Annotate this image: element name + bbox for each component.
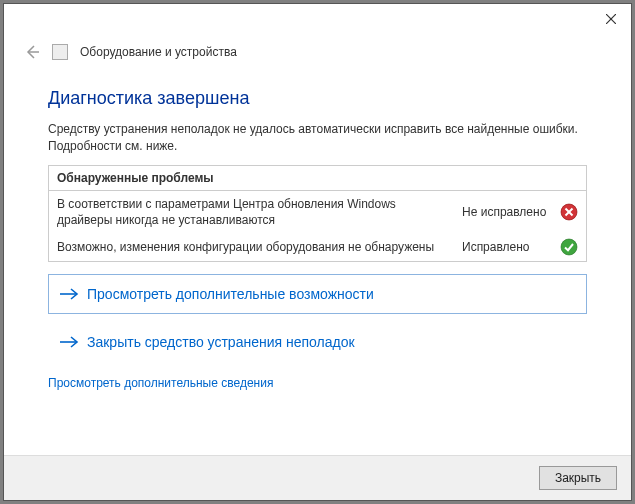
footer: Закрыть — [4, 455, 631, 500]
header: Оборудование и устройства — [4, 40, 631, 74]
header-title: Оборудование и устройства — [80, 45, 237, 59]
close-icon — [606, 14, 616, 24]
back-arrow-icon — [24, 44, 40, 60]
titlebar — [4, 4, 631, 40]
window-close-button[interactable] — [591, 4, 631, 34]
devices-icon — [52, 44, 68, 60]
problem-status: Не исправлено — [462, 205, 552, 219]
arrow-right-icon — [59, 287, 79, 301]
problems-header: Обнаруженные проблемы — [49, 166, 586, 191]
problem-description: Возможно, изменения конфигурации оборудо… — [57, 239, 454, 255]
problem-row[interactable]: Возможно, изменения конфигурации оборудо… — [49, 233, 586, 261]
content: Диагностика завершена Средству устранени… — [4, 74, 631, 455]
problem-row[interactable]: В соответствии с параметрами Центра обно… — [49, 191, 586, 233]
error-icon — [560, 203, 578, 221]
explore-options-link[interactable]: Просмотреть дополнительные возможности — [48, 274, 587, 314]
arrow-right-icon — [59, 335, 79, 349]
page-title: Диагностика завершена — [48, 88, 587, 109]
more-info-link[interactable]: Просмотреть дополнительные сведения — [48, 376, 273, 390]
summary-text: Средству устранения неполадок не удалось… — [48, 121, 587, 155]
close-button[interactable]: Закрыть — [539, 466, 617, 490]
close-troubleshooter-label: Закрыть средство устранения неполадок — [87, 334, 355, 350]
problems-box: Обнаруженные проблемы В соответствии с п… — [48, 165, 587, 262]
explore-options-label: Просмотреть дополнительные возможности — [87, 286, 374, 302]
problem-status: Исправлено — [462, 240, 552, 254]
problem-description: В соответствии с параметрами Центра обно… — [57, 196, 454, 228]
svg-point-6 — [561, 239, 577, 255]
close-troubleshooter-link[interactable]: Закрыть средство устранения неполадок — [48, 322, 587, 362]
success-icon — [560, 238, 578, 256]
troubleshooter-window: Оборудование и устройства Диагностика за… — [3, 3, 632, 501]
